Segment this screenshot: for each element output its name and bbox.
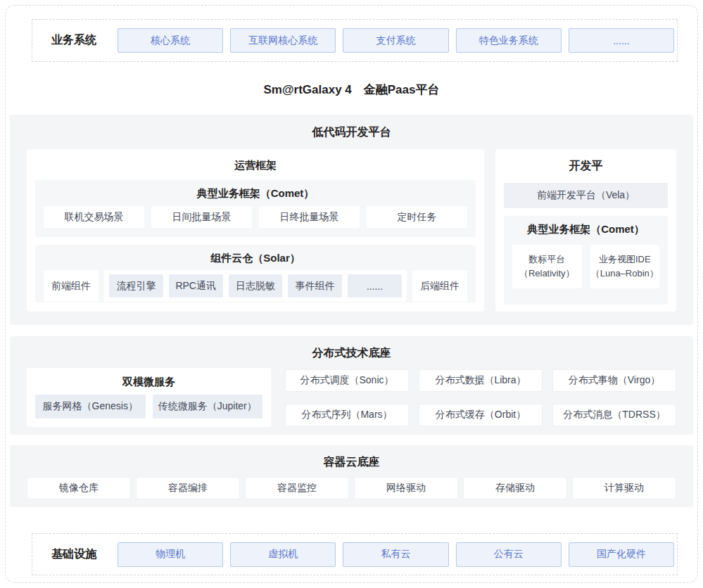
virtual-machine-node: 虚拟机 (230, 542, 336, 567)
luna-robin-node: 业务视图IDE （Luna–Robin） (590, 245, 660, 288)
solar-chip-row: 前端组件 流程引擎 RPC通讯 日志脱敏 事件组件 ...... 后端组件 (35, 265, 476, 302)
image-repo-node: 镜像仓库 (27, 477, 131, 499)
orbit-cache-node: 分布式缓存（Orbit） (419, 404, 543, 426)
container-base-section: 容器云底座 镜像仓库 容器编排 容器监控 网络驱动 存储驱动 计算驱动 (10, 445, 693, 507)
payment-system-node: 支付系统 (343, 28, 448, 53)
sonic-scheduler-node: 分布式调度（Sonic） (285, 369, 409, 392)
rpc-comm-node: RPC通讯 (169, 274, 223, 298)
virgo-transaction-node: 分布式事物（Virgo） (552, 369, 676, 392)
container-base-title: 容器云底座 (10, 445, 693, 470)
distributed-base-title: 分布式技术底座 (10, 336, 693, 361)
business-ellipsis-node: ...... (569, 28, 674, 53)
lowcode-platform-title: 低代码开发平台 (10, 115, 693, 140)
internet-core-system-node: 互联网核心系统 (230, 28, 336, 53)
business-systems-label: 业务系统 (32, 33, 118, 48)
distributed-grid: 分布式调度（Sonic） 分布式数据（Libra） 分布式事物（Virgo） 分… (285, 369, 676, 426)
dev-comet-chip-row: 数标平台 （Relativity） 业务视图IDE （Luna–Robin） (504, 236, 668, 288)
luna-robin-node-line2: （Luna–Robin） (591, 267, 659, 281)
genesis-service-mesh-node: 服务网格（Genesis） (35, 395, 146, 418)
lowcode-platform-section: 低代码开发平台 运营框架 典型业务框架（Comet） 联机交易场景 日间批量场景… (10, 115, 693, 325)
special-business-system-node: 特色业务系统 (456, 28, 562, 53)
distributed-base-section: 分布式技术底座 双模微服务 服务网格（Genesis） 传统微服务（Jupite… (10, 336, 693, 435)
frontend-component-node: 前端组件 (44, 270, 99, 302)
network-driver-node: 网络驱动 (354, 477, 458, 499)
solar-warehouse-box: 组件云仓（Solar） 前端组件 流程引擎 RPC通讯 日志脱敏 事件组件 ..… (35, 245, 476, 302)
solar-middle-strip: 流程引擎 RPC通讯 日志脱敏 事件组件 ...... (104, 270, 407, 302)
physical-machine-node: 物理机 (118, 542, 223, 567)
libra-data-node: 分布式数据（Libra） (419, 369, 543, 392)
infrastructure-row: 基础设施 物理机 虚拟机 私有云 公有云 国产化硬件 (32, 533, 678, 575)
process-engine-node: 流程引擎 (109, 274, 163, 298)
compute-driver-node: 计算驱动 (572, 477, 676, 499)
storage-driver-node: 存储驱动 (463, 477, 567, 499)
dev-comet-title: 典型业务框架（Comet） (504, 216, 668, 236)
business-systems-row: 业务系统 核心系统 互联网核心系统 支付系统 特色业务系统 ...... (32, 19, 678, 62)
online-trading-node: 联机交易场景 (44, 206, 144, 228)
dual-mode-chip-row: 服务网格（Genesis） 传统微服务（Jupiter） (27, 389, 271, 418)
platform-title: Sm@rtGalaxy 4 金融Paas平台 (0, 79, 703, 101)
timed-task-node: 定时任务 (367, 206, 467, 228)
jupiter-microservice-node: 传统微服务（Jupiter） (153, 395, 263, 418)
solar-warehouse-title: 组件云仓（Solar） (35, 245, 476, 265)
domestic-hardware-node: 国产化硬件 (569, 542, 674, 567)
operation-framework-box: 运营框架 典型业务框架（Comet） 联机交易场景 日间批量场景 日终批量场景 … (27, 149, 484, 312)
public-cloud-node: 公有云 (456, 542, 562, 567)
relativity-node: 数标平台 （Relativity） (512, 245, 582, 288)
backend-component-node: 后端组件 (412, 270, 467, 302)
tdrss-message-node: 分布式消息（TDRSS） (552, 404, 676, 426)
solar-ellipsis-node: ...... (348, 274, 402, 298)
infrastructure-label: 基础设施 (32, 547, 118, 562)
luna-robin-node-line1: 业务视图IDE (599, 253, 651, 267)
eod-batch-node: 日终批量场景 (259, 206, 360, 228)
dev-platform-title: 开发平 (495, 149, 676, 174)
architecture-diagram: 业务系统 核心系统 互联网核心系统 支付系统 特色业务系统 ...... Sm@… (0, 0, 703, 588)
relativity-node-line2: （Relativity） (519, 267, 575, 281)
relativity-node-line1: 数标平台 (528, 253, 565, 267)
dual-mode-box: 双模微服务 服务网格（Genesis） 传统微服务（Jupiter） (27, 368, 271, 427)
dual-mode-title: 双模微服务 (27, 368, 271, 389)
vela-frontend-platform-node: 前端开发平台（Vela） (504, 183, 668, 208)
mars-sequence-node: 分布式序列（Mars） (285, 404, 409, 426)
log-masking-node: 日志脱敏 (229, 274, 283, 298)
day-batch-node: 日间批量场景 (151, 206, 252, 228)
comet-framework-title: 典型业务框架（Comet） (35, 180, 476, 200)
core-system-node: 核心系统 (118, 28, 223, 53)
container-monitor-node: 容器监控 (245, 477, 349, 499)
operation-framework-title: 运营框架 (27, 149, 484, 172)
container-chip-row: 镜像仓库 容器编排 容器监控 网络驱动 存储驱动 计算驱动 (10, 470, 693, 499)
business-systems-strip: 核心系统 互联网核心系统 支付系统 特色业务系统 ...... (118, 28, 674, 53)
container-orchestration-node: 容器编排 (136, 477, 240, 499)
event-component-node: 事件组件 (288, 274, 342, 298)
private-cloud-node: 私有云 (343, 542, 448, 567)
dev-comet-box: 典型业务框架（Comet） 数标平台 （Relativity） 业务视图IDE … (504, 216, 668, 305)
comet-chip-row: 联机交易场景 日间批量场景 日终批量场景 定时任务 (35, 200, 476, 228)
comet-framework-box: 典型业务框架（Comet） 联机交易场景 日间批量场景 日终批量场景 定时任务 (35, 180, 476, 237)
infrastructure-strip: 物理机 虚拟机 私有云 公有云 国产化硬件 (118, 542, 674, 567)
dev-platform-box: 开发平 前端开发平台（Vela） 典型业务框架（Comet） 数标平台 （Rel… (495, 149, 676, 312)
